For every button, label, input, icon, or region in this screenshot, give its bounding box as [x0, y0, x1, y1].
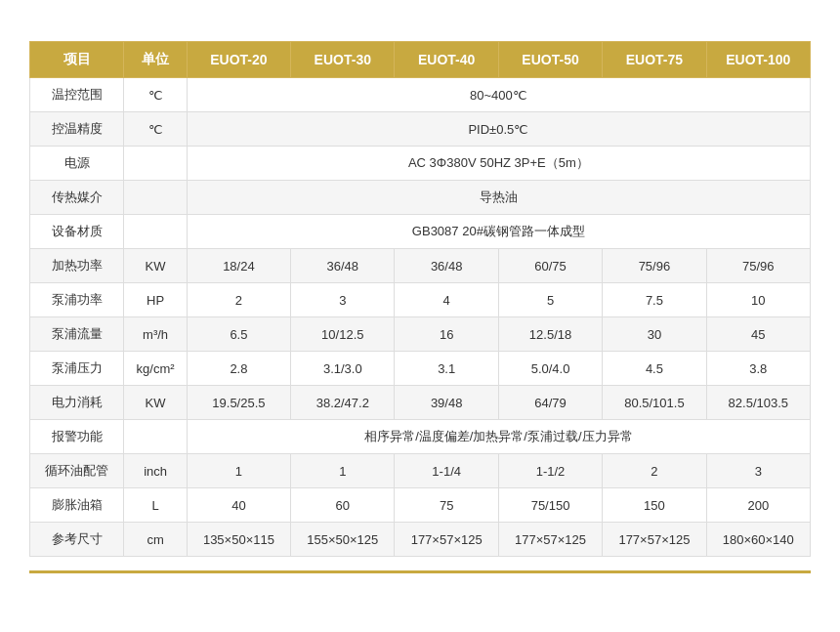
row-cell-5-5: 75/96 [706, 249, 810, 283]
row-cell-11-2: 1-1/4 [395, 454, 498, 488]
header-cell-6: EUOT-75 [603, 42, 706, 78]
row-cell-11-4: 2 [603, 454, 706, 488]
row-label-0: 温控范围 [30, 78, 124, 112]
table-row: 设备材质GB3087 20#碳钢管路一体成型 [30, 215, 811, 249]
table-row: 电源AC 3Φ380V 50HZ 3P+E（5m） [30, 147, 811, 181]
row-label-4: 设备材质 [30, 215, 124, 249]
header-cell-2: EUOT-20 [187, 42, 290, 78]
row-label-12: 膨胀油箱 [30, 488, 124, 523]
row-cell-7-5: 45 [706, 317, 810, 352]
table-row: 电力消耗KW19.5/25.538.2/47.239/4864/7980.5/1… [30, 386, 811, 420]
row-merged-value-2: AC 3Φ380V 50HZ 3P+E（5m） [187, 147, 810, 181]
row-label-2: 电源 [30, 147, 124, 181]
row-label-7: 泵浦流量 [30, 317, 124, 352]
bottom-line [29, 570, 811, 573]
row-cell-8-0: 2.8 [187, 352, 290, 386]
row-cell-13-5: 180×60×140 [706, 523, 810, 557]
row-cell-11-1: 1 [291, 454, 395, 488]
row-cell-5-4: 75/96 [603, 249, 706, 283]
table-row: 加热功率KW18/2436/4836/4860/7575/9675/96 [30, 249, 811, 283]
row-cell-5-1: 36/48 [291, 249, 395, 283]
row-unit-2 [124, 147, 187, 181]
row-cell-11-0: 1 [187, 454, 290, 488]
row-unit-4 [124, 215, 187, 249]
header-cell-0: 项目 [30, 42, 124, 78]
row-label-6: 泵浦功率 [30, 283, 124, 317]
row-cell-6-0: 2 [187, 283, 290, 317]
row-label-8: 泵浦压力 [30, 352, 124, 386]
row-cell-8-4: 4.5 [603, 352, 706, 386]
table-row: 泵浦功率HP23457.510 [30, 283, 811, 317]
row-cell-9-5: 82.5/103.5 [706, 386, 810, 420]
row-cell-9-0: 19.5/25.5 [187, 386, 290, 420]
table-row: 参考尺寸cm135×50×115155×50×125177×57×125177×… [30, 523, 811, 557]
table-row: 膨胀油箱L40607575/150150200 [30, 488, 811, 523]
row-cell-5-3: 60/75 [498, 249, 602, 283]
row-unit-13: cm [124, 523, 187, 557]
row-unit-1: ℃ [124, 112, 187, 147]
table-row: 传热媒介导热油 [30, 181, 811, 215]
row-label-13: 参考尺寸 [30, 523, 124, 557]
header-cell-5: EUOT-50 [498, 42, 602, 78]
row-cell-13-0: 135×50×115 [187, 523, 290, 557]
row-unit-7: m³/h [124, 317, 187, 352]
row-cell-7-4: 30 [603, 317, 706, 352]
table-row: 泵浦流量m³/h6.510/12.51612.5/183045 [30, 317, 811, 352]
row-cell-13-1: 155×50×125 [291, 523, 395, 557]
table-header-row: 项目单位EUOT-20EUOT-30EUOT-40EUOT-50EUOT-75E… [30, 42, 811, 78]
row-unit-5: KW [124, 249, 187, 283]
row-label-1: 控温精度 [30, 112, 124, 147]
row-merged-value-0: 80~400℃ [187, 78, 810, 112]
row-cell-12-5: 200 [706, 488, 810, 523]
row-cell-11-3: 1-1/2 [498, 454, 602, 488]
row-unit-12: L [124, 488, 187, 523]
row-cell-7-3: 12.5/18 [498, 317, 602, 352]
row-cell-9-4: 80.5/101.5 [603, 386, 706, 420]
row-cell-12-0: 40 [187, 488, 290, 523]
row-unit-0: ℃ [124, 78, 187, 112]
row-cell-8-3: 5.0/4.0 [498, 352, 602, 386]
row-unit-6: HP [124, 283, 187, 317]
row-cell-8-5: 3.8 [706, 352, 810, 386]
row-cell-6-4: 7.5 [603, 283, 706, 317]
row-cell-9-1: 38.2/47.2 [291, 386, 395, 420]
table-row: 泵浦压力kg/cm²2.83.1/3.03.15.0/4.04.53.8 [30, 352, 811, 386]
row-merged-value-1: PID±0.5℃ [187, 112, 810, 147]
row-unit-8: kg/cm² [124, 352, 187, 386]
row-merged-value-4: GB3087 20#碳钢管路一体成型 [187, 215, 810, 249]
row-cell-6-3: 5 [498, 283, 602, 317]
header-cell-1: 单位 [124, 42, 187, 78]
parameter-table: 项目单位EUOT-20EUOT-30EUOT-40EUOT-50EUOT-75E… [29, 41, 811, 557]
row-merged-value-10: 相序异常/温度偏差/加热异常/泵浦过载/压力异常 [187, 420, 810, 454]
row-cell-7-0: 6.5 [187, 317, 290, 352]
row-cell-6-1: 3 [291, 283, 395, 317]
row-cell-5-2: 36/48 [395, 249, 498, 283]
row-unit-3 [124, 181, 187, 215]
row-label-11: 循环油配管 [30, 454, 124, 488]
row-cell-6-5: 10 [706, 283, 810, 317]
row-cell-7-1: 10/12.5 [291, 317, 395, 352]
row-cell-11-5: 3 [706, 454, 810, 488]
row-cell-12-3: 75/150 [498, 488, 602, 523]
row-cell-12-4: 150 [603, 488, 706, 523]
row-cell-9-2: 39/48 [395, 386, 498, 420]
row-cell-13-4: 177×57×125 [603, 523, 706, 557]
row-label-10: 报警功能 [30, 420, 124, 454]
row-cell-8-2: 3.1 [395, 352, 498, 386]
row-unit-10 [124, 420, 187, 454]
table-row: 温控范围℃80~400℃ [30, 78, 811, 112]
row-cell-5-0: 18/24 [187, 249, 290, 283]
row-label-5: 加热功率 [30, 249, 124, 283]
row-cell-6-2: 4 [395, 283, 498, 317]
row-cell-12-2: 75 [395, 488, 498, 523]
row-cell-12-1: 60 [291, 488, 395, 523]
table-row: 报警功能相序异常/温度偏差/加热异常/泵浦过载/压力异常 [30, 420, 811, 454]
row-merged-value-3: 导热油 [187, 181, 810, 215]
header-cell-7: EUOT-100 [706, 42, 810, 78]
row-cell-13-3: 177×57×125 [498, 523, 602, 557]
row-unit-11: inch [124, 454, 187, 488]
row-unit-9: KW [124, 386, 187, 420]
table-row: 循环油配管inch111-1/41-1/223 [30, 454, 811, 488]
row-label-3: 传热媒介 [30, 181, 124, 215]
row-cell-7-2: 16 [395, 317, 498, 352]
